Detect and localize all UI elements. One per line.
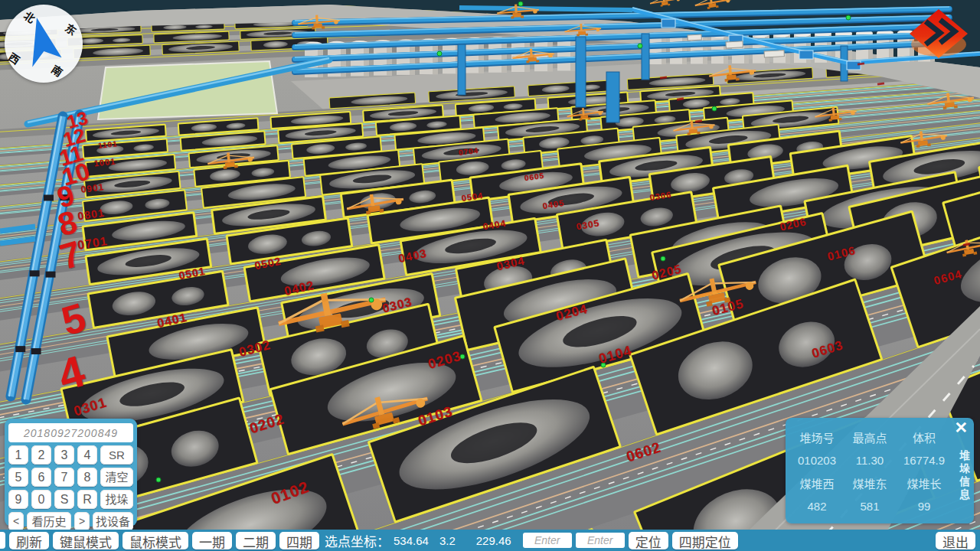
compass[interactable]: 北 东 西 南 <box>5 5 83 83</box>
refresh-button[interactable]: 刷新 <box>9 532 49 549</box>
key-find-pile[interactable]: 找垛 <box>100 490 133 509</box>
phase1-button[interactable]: 一期 <box>192 532 232 549</box>
key-5[interactable]: 5 <box>8 468 28 487</box>
value-highest: 11.30 <box>842 448 897 471</box>
key-4[interactable]: 4 <box>77 445 97 465</box>
phase4-button[interactable]: 四期 <box>279 532 319 549</box>
key-s[interactable]: S <box>54 490 74 509</box>
phase2-button[interactable]: 二期 <box>236 532 276 549</box>
keypad-panel: 1234SR5678清空90SR找垛<看历史>找设备 <box>5 419 137 527</box>
value-pile-west: 482 <box>792 494 842 517</box>
collapsed-edge-button[interactable] <box>0 532 5 549</box>
pile-info-table: 堆场号 最高点 体积 010203 11.30 16774.9 煤堆西 煤堆东 … <box>792 425 951 517</box>
enter-input-2[interactable] <box>576 533 625 548</box>
exit-button[interactable]: 退出 <box>936 532 975 549</box>
pile-search-input[interactable] <box>8 423 133 442</box>
value-pile-east: 581 <box>842 494 897 517</box>
value-volume: 16774.9 <box>897 448 951 471</box>
header-yard-no: 堆场号 <box>792 425 842 448</box>
key-6[interactable]: 6 <box>31 468 51 487</box>
coord-x: 534.64 <box>394 534 429 547</box>
key-find-device[interactable]: 找设备 <box>93 512 133 531</box>
key-r[interactable]: R <box>77 490 97 509</box>
header-highest: 最高点 <box>842 425 897 448</box>
key-3[interactable]: 3 <box>54 445 74 465</box>
key-0[interactable]: 0 <box>31 490 51 509</box>
key-clear[interactable]: 清空 <box>100 468 133 487</box>
key-view-history[interactable]: 看历史 <box>27 512 71 531</box>
compass-arrow <box>21 15 66 72</box>
mouse-mode-button[interactable]: 鼠标模式 <box>122 532 188 549</box>
header-volume: 体积 <box>897 425 951 448</box>
key-prev[interactable]: < <box>8 512 24 531</box>
pile-info-panel: ✕ 堆场号 最高点 体积 010203 11.30 16774.9 煤堆西 煤堆… <box>786 418 974 523</box>
key-8[interactable]: 8 <box>77 468 97 487</box>
value-yard-no: 010203 <box>792 448 842 471</box>
bottom-toolbar: 刷新 键鼠模式 鼠标模式 一期 二期 四期 选点坐标： 534.64 3.2 2… <box>0 530 980 551</box>
key-2[interactable]: 2 <box>31 445 51 465</box>
key-7[interactable]: 7 <box>54 468 74 487</box>
key-next[interactable]: > <box>74 512 90 531</box>
header-pile-east: 煤堆东 <box>842 471 897 494</box>
key-9[interactable]: 9 <box>8 490 28 509</box>
key-mouse-mode-button[interactable]: 键鼠模式 <box>53 532 119 549</box>
value-pile-len: 99 <box>897 494 951 517</box>
header-pile-west: 煤堆西 <box>792 471 842 494</box>
enter-input-1[interactable] <box>523 533 572 548</box>
key-1[interactable]: 1 <box>8 445 28 465</box>
company-logo <box>908 8 969 63</box>
panel-vertical-title: 堆垛信息 <box>956 450 972 502</box>
keypad-keys: 1234SR5678清空90SR找垛<看历史>找设备 <box>8 445 133 531</box>
app-window: 1312111098754110110010901080107010704060… <box>0 0 980 551</box>
locate-button[interactable]: 定位 <box>629 532 668 549</box>
close-icon[interactable]: ✕ <box>954 419 968 436</box>
phase4-locate-button[interactable]: 四期定位 <box>672 532 738 549</box>
pick-coords-label: 选点坐标： <box>325 531 390 550</box>
coord-z: 229.46 <box>476 534 511 547</box>
key-sr[interactable]: SR <box>100 445 133 465</box>
coord-y: 3.2 <box>439 534 456 547</box>
header-pile-len: 煤堆长 <box>897 471 951 494</box>
